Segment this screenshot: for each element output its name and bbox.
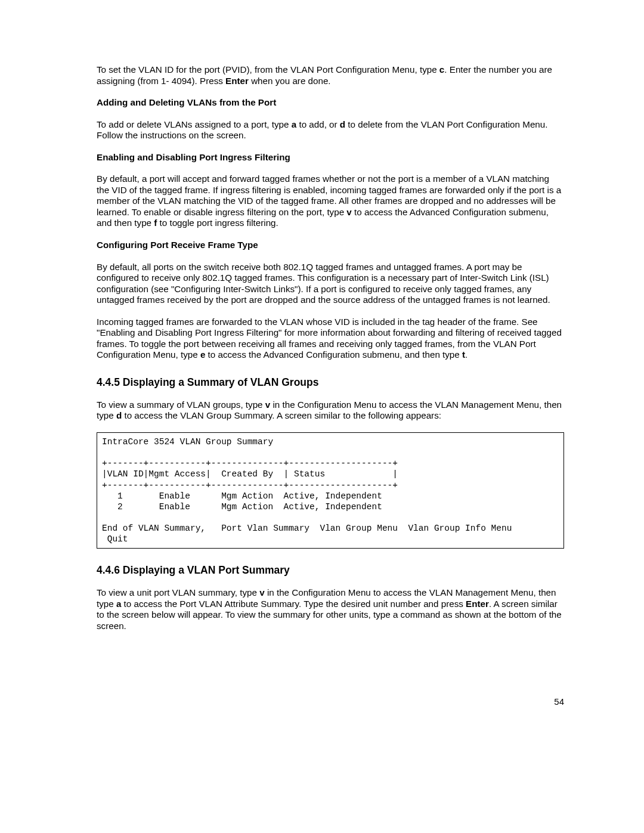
- key-enter: Enter: [225, 76, 249, 86]
- key-v: v: [265, 400, 270, 410]
- heading-frame-type: Configuring Port Receive Frame Type: [97, 240, 564, 251]
- key-d: d: [116, 410, 122, 420]
- text: to access the VLAN Group Summary. A scre…: [122, 410, 441, 420]
- section-446-heading: 4.4.6 Displaying a VLAN Port Summary: [97, 564, 564, 577]
- text: .: [465, 349, 467, 360]
- text: to access the Advanced Configuration sub…: [205, 349, 462, 360]
- paragraph-frame-type: By default, all ports on the switch rece…: [97, 262, 564, 306]
- key-a: a: [292, 119, 296, 129]
- text: To set the VLAN ID for the port (PVID), …: [97, 64, 439, 75]
- paragraph-incoming-frames: Incoming tagged frames are forwarded to …: [97, 317, 564, 361]
- section-445-heading: 4.4.5 Displaying a Summary of VLAN Group…: [97, 376, 564, 389]
- heading-add-delete-vlans: Adding and Deleting VLANs from the Port: [97, 97, 564, 109]
- paragraph-445: To view a summary of VLAN groups, type v…: [97, 400, 564, 422]
- text: to access the Port VLAN Attribute Summar…: [121, 599, 466, 609]
- text: To add or delete VLANs assigned to a por…: [97, 119, 292, 129]
- text: To view a summary of VLAN groups, type: [97, 400, 265, 410]
- paragraph-pvid: To set the VLAN ID for the port (PVID), …: [97, 64, 564, 86]
- text: when you are done.: [249, 76, 331, 86]
- heading-ingress-filtering: Enabling and Disabling Port Ingress Filt…: [97, 152, 564, 163]
- text: To view a unit port VLAN summary, type: [97, 587, 259, 597]
- key-v: v: [346, 207, 351, 217]
- paragraph-446: To view a unit port VLAN summary, type v…: [97, 587, 564, 631]
- document-page: To set the VLAN ID for the port (PVID), …: [0, 0, 644, 666]
- key-enter: Enter: [466, 599, 489, 609]
- page-number: 54: [554, 696, 564, 707]
- text: to toggle port ingress filtering.: [157, 218, 278, 228]
- vlan-group-summary-screen: IntraCore 3524 VLAN Group Summary +-----…: [97, 432, 564, 549]
- paragraph-add-delete: To add or delete VLANs assigned to a por…: [97, 119, 564, 141]
- text: to add, or: [296, 119, 340, 129]
- paragraph-ingress: By default, a port will accept and forwa…: [97, 174, 564, 229]
- key-d: d: [340, 119, 345, 129]
- key-v: v: [259, 587, 264, 597]
